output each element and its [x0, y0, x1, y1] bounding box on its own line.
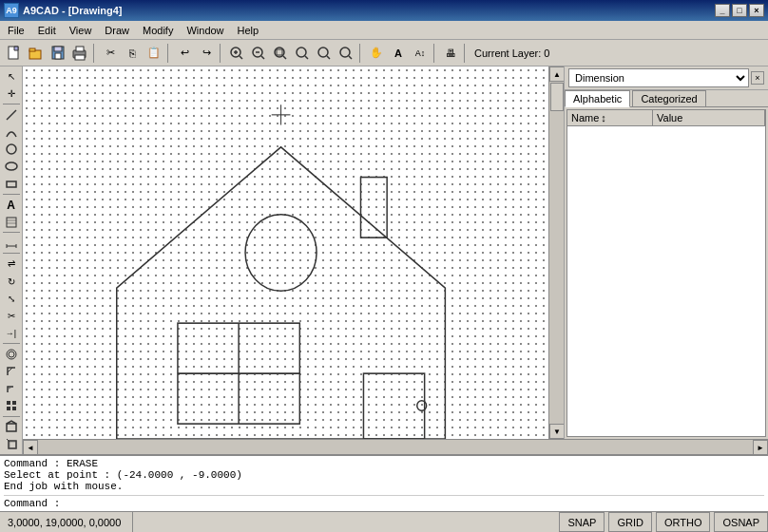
scroll-track-v[interactable] [549, 82, 564, 424]
tb-print[interactable] [69, 43, 90, 64]
tool-arc[interactable] [2, 124, 21, 140]
tool-offset[interactable] [2, 346, 21, 362]
menu-edit[interactable]: Edit [32, 24, 62, 37]
tool-rect[interactable] [2, 176, 21, 192]
tb-copy[interactable]: ⎘ [122, 43, 143, 64]
tool-trim[interactable]: ✂ [2, 308, 21, 324]
lt-sep-2 [3, 194, 20, 195]
tool-chamfer[interactable] [2, 363, 21, 379]
scroll-track-h[interactable] [38, 440, 753, 454]
svg-point-26 [6, 162, 17, 170]
tool-insert[interactable] [2, 436, 21, 452]
tb-paste[interactable]: 📋 [144, 43, 164, 64]
app-icon: A9 [4, 3, 19, 18]
tool-circle[interactable] [2, 142, 21, 158]
tb-redo[interactable]: ↪ [196, 43, 217, 64]
svg-line-23 [349, 56, 352, 59]
tool-hatch[interactable] [2, 214, 21, 230]
tool-fillet[interactable] [2, 380, 21, 396]
tool-dimension[interactable] [2, 235, 21, 251]
command-input-row: Command : [4, 495, 764, 509]
svg-point-22 [340, 48, 350, 57]
command-prompt-label: Command : [4, 498, 60, 509]
scroll-right-button[interactable]: ► [753, 440, 768, 455]
col-value-label: Value [653, 110, 765, 125]
maximize-button[interactable]: □ [732, 4, 747, 17]
scroll-up-button[interactable]: ▲ [549, 66, 565, 82]
tb-plot[interactable]: 🖶 [440, 43, 461, 64]
panel-close-button[interactable]: × [751, 71, 764, 85]
svg-rect-38 [12, 401, 16, 405]
horizontal-scrollbar[interactable]: ◄ ► [23, 439, 768, 454]
svg-rect-40 [12, 407, 16, 410]
svg-rect-27 [7, 181, 16, 187]
command-input[interactable] [60, 498, 764, 509]
tool-ellipse[interactable] [2, 159, 21, 175]
menu-window[interactable]: Window [181, 24, 229, 37]
tool-line[interactable] [2, 106, 21, 123]
lt-sep-4 [3, 253, 20, 254]
tb-zoom-prev[interactable] [336, 43, 356, 64]
command-line-3: End job with mouse. [4, 481, 764, 492]
tool-extend[interactable]: →| [2, 325, 21, 341]
svg-line-24 [7, 110, 16, 120]
main-container: ↖ ✛ A ⇌ ↻ ⤡ ✂ →| [0, 66, 768, 454]
command-line-1: Command : ERASE [4, 458, 764, 469]
svg-line-17 [283, 56, 286, 59]
scroll-thumb-v[interactable] [550, 83, 564, 111]
tb-text[interactable]: A [388, 43, 409, 64]
svg-rect-37 [7, 401, 10, 405]
scroll-down-button[interactable]: ▼ [549, 424, 565, 439]
tool-move[interactable]: ✛ [2, 86, 21, 102]
lt-sep-5 [3, 343, 20, 344]
minimize-button[interactable]: _ [715, 4, 730, 17]
svg-point-34 [9, 352, 14, 357]
command-line-2: Select at point : (-24.0000 , -9.0000) [4, 469, 764, 481]
tb-zoom-in[interactable] [226, 43, 247, 64]
svg-point-18 [297, 48, 306, 57]
tool-rotate[interactable]: ↻ [2, 273, 21, 289]
tool-text[interactable]: A [2, 197, 21, 213]
tb-dim[interactable]: A↕ [410, 43, 431, 64]
menu-view[interactable]: View [64, 24, 98, 37]
vertical-scrollbar[interactable]: ▲ ▼ [548, 66, 564, 439]
tb-open[interactable] [26, 43, 47, 64]
menu-help[interactable]: Help [232, 24, 265, 37]
tb-undo[interactable]: ↩ [174, 43, 195, 64]
tab-alphabetic[interactable]: Alphabetic [565, 90, 630, 107]
drawing-svg [23, 66, 548, 439]
tool-block[interactable] [2, 419, 21, 435]
panel-dropdown[interactable]: Dimension Line Circle [568, 68, 749, 87]
tb-zoom-all[interactable] [270, 43, 291, 64]
tool-scale[interactable]: ⤡ [2, 291, 21, 307]
tb-new[interactable] [4, 43, 25, 64]
menu-modify[interactable]: Modify [137, 24, 179, 37]
grid-button[interactable]: GRID [608, 512, 652, 532]
scroll-left-button[interactable]: ◄ [23, 440, 38, 455]
osnap-button[interactable]: OSNAP [714, 512, 768, 532]
svg-line-10 [240, 56, 242, 59]
ortho-button[interactable]: ORTHO [656, 512, 711, 532]
tool-array[interactable] [2, 398, 21, 414]
tb-pan[interactable]: ✋ [366, 43, 387, 64]
left-toolbar: ↖ ✛ A ⇌ ↻ ⤡ ✂ →| [0, 66, 23, 454]
close-button[interactable]: × [749, 4, 764, 17]
menu-file[interactable]: File [2, 24, 30, 37]
tool-mirror[interactable]: ⇌ [2, 256, 21, 272]
tab-categorized[interactable]: Categorized [632, 90, 705, 106]
tb-sep-1 [93, 44, 97, 63]
tool-select[interactable]: ↖ [2, 68, 21, 85]
panel-table: Name ↕ Value [566, 109, 766, 437]
menu-draw[interactable]: Draw [99, 24, 135, 37]
tb-zoom-out[interactable] [248, 43, 269, 64]
tb-save[interactable] [48, 43, 68, 64]
svg-point-20 [318, 48, 328, 57]
drawing-canvas[interactable] [23, 66, 548, 439]
tb-zoom-ext[interactable] [292, 43, 313, 64]
tb-cut[interactable]: ✂ [100, 43, 121, 64]
snap-button[interactable]: SNAP [559, 512, 605, 532]
tb-sep-4 [359, 44, 363, 63]
svg-line-14 [261, 56, 264, 59]
sort-icon[interactable]: ↕ [601, 112, 606, 124]
tb-zoom-win[interactable] [314, 43, 335, 64]
